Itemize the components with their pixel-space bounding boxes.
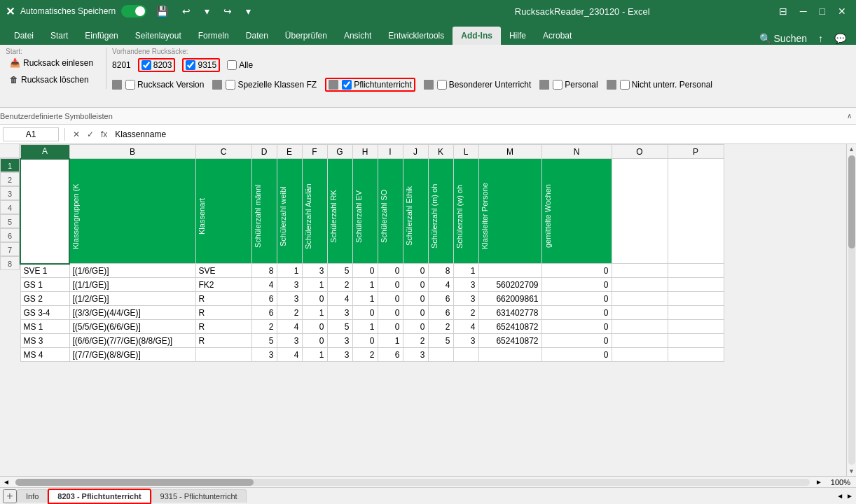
toolbar-expand-button[interactable]: ∧ [843,113,856,120]
sheet-tab-9315[interactable]: 9315 - Pflichtunterricht [151,489,247,503]
cell-B1[interactable]: Klassengruppen (K [69,159,195,264]
cell-O8[interactable] [612,348,668,362]
cell-H2[interactable]: 0 [352,264,378,278]
cell-I3[interactable]: 0 [378,278,403,292]
row-num-8[interactable]: 8 [0,256,20,270]
cell-D3[interactable]: 4 [251,278,277,292]
cell-E1[interactable]: Schülerzahl weibl [277,159,302,264]
cell-I6[interactable]: 0 [378,320,403,334]
tab-hilfe[interactable]: Hilfe [501,27,534,45]
cell-K2[interactable]: 8 [428,264,453,278]
cell-P7[interactable] [668,334,724,348]
save-button[interactable]: 💾 [152,5,172,18]
cell-M6[interactable]: 652410872 [478,320,541,334]
cell-K1[interactable]: Schülerzahl (m) oh [428,159,453,264]
cell-H7[interactable]: 0 [352,334,378,348]
cell-D4[interactable]: 6 [251,292,277,306]
cell-J7[interactable]: 2 [403,334,428,348]
col-header-D[interactable]: D [251,145,277,159]
cb-8203-checkbox[interactable] [141,60,151,70]
col-header-E[interactable]: E [277,145,302,159]
cell-G6[interactable]: 5 [327,320,352,334]
cell-N3[interactable]: 0 [541,278,612,292]
cb-nicht-unterr-checkbox[interactable] [620,80,630,90]
cb-8203-item[interactable]: 8203 [138,58,176,72]
tab-einfuegen[interactable]: Einfügen [76,27,126,45]
cell-E2[interactable]: 1 [277,264,302,278]
row-num-3[interactable]: 3 [0,186,20,200]
autosave-toggle[interactable] [121,5,146,18]
scroll-track[interactable] [848,155,855,465]
cb-besonderer-unterricht-checkbox[interactable] [437,80,447,90]
cell-N4[interactable]: 0 [541,292,612,306]
cell-E5[interactable]: 2 [277,306,302,320]
tab-datei[interactable]: Datei [6,27,42,45]
cell-H4[interactable]: 1 [352,292,378,306]
sheet-tab-info[interactable]: Info [17,489,48,503]
cell-I5[interactable]: 0 [378,306,403,320]
vertical-scrollbar[interactable]: ▲ ▼ [846,144,856,476]
ribbon-display-button[interactable]: ⊟ [775,5,792,18]
cb-pflichtunterricht-item[interactable]: Pflichtunterricht [325,78,415,92]
tab-addins[interactable]: Add-Ins [453,27,501,45]
col-header-K[interactable]: K [428,145,453,159]
cell-E6[interactable]: 4 [277,320,302,334]
cell-N6[interactable]: 0 [541,320,612,334]
cell-L4[interactable]: 3 [453,292,478,306]
cell-C2[interactable]: SVE [195,264,251,278]
cell-H1[interactable]: Schülerzahl EV [352,159,378,264]
cell-L2[interactable]: 1 [453,264,478,278]
share-button[interactable]: ↑ [814,32,827,45]
cell-D2[interactable]: 8 [251,264,277,278]
col-header-F[interactable]: F [302,145,327,159]
cell-M4[interactable]: 662009861 [478,292,541,306]
cell-O5[interactable] [612,306,668,320]
cell-I8[interactable]: 6 [378,348,403,362]
cell-M7[interactable]: 652410872 [478,334,541,348]
cell-E8[interactable]: 4 [277,348,302,362]
cell-H6[interactable]: 1 [352,320,378,334]
cell-I4[interactable]: 0 [378,292,403,306]
cell-L1[interactable]: Schülerzahl (w) oh [453,159,478,264]
maximize-button[interactable]: □ [815,5,829,18]
col-header-B[interactable]: B [69,145,195,159]
cell-O3[interactable] [612,278,668,292]
cell-N7[interactable]: 0 [541,334,612,348]
cell-O4[interactable] [612,292,668,306]
cell-J6[interactable]: 0 [403,320,428,334]
cb-rucksack-version-item[interactable]: Rucksack Version [112,80,204,90]
h-scroll-track[interactable] [15,479,810,486]
cell-F1[interactable]: Schülerzahl Auslän [302,159,327,264]
cell-G1[interactable]: Schülerzahl RK [327,159,352,264]
sheet-tab-8203[interactable]: 8203 - Pflichtunterricht [48,489,151,504]
cell-H5[interactable]: 0 [352,306,378,320]
cb-personal-checkbox[interactable] [553,80,562,90]
formula-input[interactable] [112,128,853,141]
tab-start[interactable]: Start [42,27,76,45]
scroll-up-button[interactable]: ▲ [847,144,857,154]
cell-P6[interactable] [668,320,724,334]
rucksack-loeschen-button[interactable]: 🗑 Rucksack löschen [6,74,93,86]
cell-F6[interactable]: 0 [302,320,327,334]
cell-P8[interactable] [668,348,724,362]
cell-I1[interactable]: Schülerzahl SO [378,159,403,264]
col-header-P[interactable]: P [668,145,724,159]
cell-I2[interactable]: 0 [378,264,403,278]
cell-F7[interactable]: 0 [302,334,327,348]
cb-alle-item[interactable]: Alle [227,60,253,70]
cell-C1[interactable]: Klassenart [195,159,251,264]
cell-J3[interactable]: 0 [403,278,428,292]
row-num-4[interactable]: 4 [0,200,20,214]
cell-L5[interactable]: 2 [453,306,478,320]
cell-M2[interactable] [478,264,541,278]
col-header-O[interactable]: O [612,145,668,159]
sheet-nav-left-button[interactable]: ◄ [836,492,843,500]
undo-dropdown[interactable]: ▾ [200,5,214,18]
cb-pflichtunterricht-checkbox[interactable] [342,80,352,90]
formula-confirm-button[interactable]: ✓ [85,129,96,140]
cell-J8[interactable]: 3 [403,348,428,362]
cell-F2[interactable]: 3 [302,264,327,278]
col-header-L[interactable]: L [453,145,478,159]
cell-I7[interactable]: 1 [378,334,403,348]
cell-C6[interactable]: R [195,320,251,334]
